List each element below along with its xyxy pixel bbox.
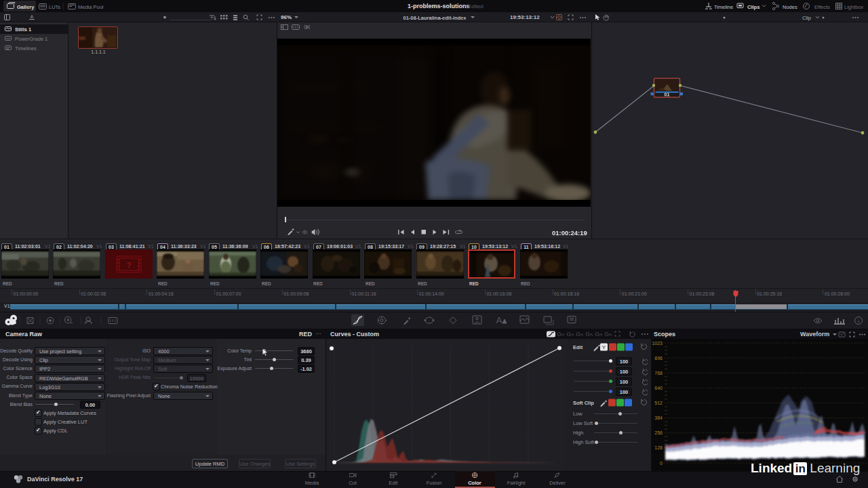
svg-text:?: ?	[126, 261, 131, 269]
svg-text:01: 01	[665, 92, 670, 97]
svg-text:Y: Y	[602, 344, 606, 350]
